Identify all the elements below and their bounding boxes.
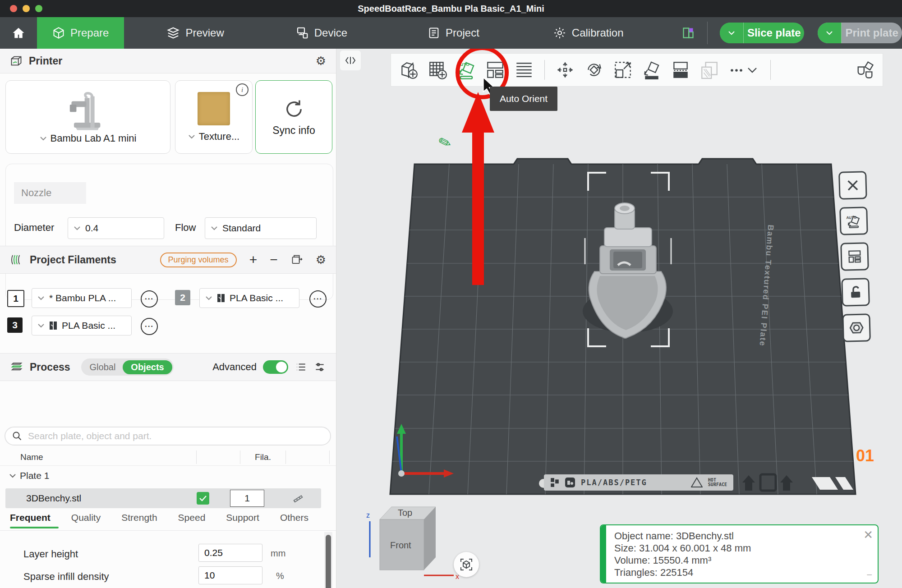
printer-settings-gear-icon[interactable]: ⚙ <box>316 54 326 68</box>
diameter-dropdown[interactable]: 0.4 <box>68 217 164 239</box>
filament-1-dropdown[interactable]: * Bambu PLA ... <box>32 288 132 308</box>
nozzle-label: Nozzle <box>14 182 86 204</box>
layout-switch-button[interactable] <box>682 27 695 39</box>
filament-3-name: PLA Basic ... <box>62 320 115 331</box>
nozzle-panel: Nozzle Diameter 0.4 Flow Standard <box>5 164 333 300</box>
lay-flat-button[interactable] <box>639 56 665 84</box>
preview-icon <box>166 26 180 40</box>
infill-density-input[interactable] <box>198 566 262 584</box>
plate-tree-row[interactable]: Plate 1 <box>9 470 49 481</box>
calibration-icon <box>553 26 566 40</box>
rotate-tool-button[interactable] <box>581 56 607 84</box>
sync-filament-list-icon[interactable] <box>290 253 304 266</box>
search-input[interactable] <box>27 430 324 442</box>
delete-plate-button[interactable] <box>838 171 867 200</box>
filament-1-menu-button[interactable]: ··· <box>141 290 158 308</box>
tune-icon[interactable] <box>313 361 326 373</box>
filament-3-menu-button[interactable]: ··· <box>141 318 158 335</box>
viewport[interactable]: AUTO <box>336 49 902 588</box>
print-plate-button[interactable]: Print plate <box>818 23 902 43</box>
lock-plate-button[interactable] <box>841 278 870 307</box>
scale-tool-button[interactable] <box>610 56 636 84</box>
sync-info-button[interactable]: Sync info <box>255 80 332 154</box>
cube-top-label: Top <box>398 508 412 518</box>
add-plate-button[interactable] <box>424 56 451 84</box>
tab-frequent[interactable]: Frequent <box>10 512 51 523</box>
printer-section-title: Printer <box>29 55 62 67</box>
slice-plate-dropdown[interactable] <box>720 23 744 43</box>
object-filament-number[interactable]: 1 <box>230 490 264 507</box>
printer-card[interactable]: Bambu Lab A1 mini <box>5 80 170 154</box>
scope-global-option[interactable]: Global <box>83 362 123 372</box>
sync-icon <box>282 97 306 121</box>
tab-speed[interactable]: Speed <box>178 512 206 523</box>
sidebar-scroll-thumb[interactable] <box>326 535 331 588</box>
object-row-3dbenchy[interactable]: 3DBenchy.stl 1 <box>5 488 321 508</box>
slice-plate-button[interactable]: Slice plate <box>720 23 804 43</box>
process-section-title: Process <box>30 361 70 373</box>
print-plate-dropdown[interactable] <box>818 23 842 43</box>
flow-dropdown[interactable]: Standard <box>205 217 317 239</box>
tab-device[interactable]: Device <box>280 17 363 49</box>
collapse-info-icon[interactable]: − <box>866 569 872 581</box>
plate-type-label: Texture... <box>199 131 239 142</box>
tab-support[interactable]: Support <box>226 512 259 523</box>
arrange-button[interactable] <box>482 56 508 84</box>
purging-volumes-button[interactable]: Purging volumes <box>160 253 237 267</box>
add-object-icon <box>398 60 419 80</box>
chevron-down-icon <box>40 136 47 141</box>
filament-2-dropdown[interactable]: PLA Basic ... <box>199 288 299 308</box>
chevron-down-icon <box>74 226 81 230</box>
printer-model-dropdown[interactable]: Bambu Lab A1 mini <box>40 133 137 144</box>
tab-strength[interactable]: Strength <box>121 512 157 523</box>
plate-type-card[interactable]: i Texture... <box>175 80 253 154</box>
view-3d-button[interactable] <box>454 552 479 577</box>
process-layers-icon <box>10 360 23 374</box>
layer-height-input[interactable] <box>198 544 262 562</box>
variable-layer-height-button[interactable] <box>696 56 723 84</box>
tab-others[interactable]: Others <box>280 512 308 523</box>
more-tools-button[interactable] <box>725 56 763 84</box>
tab-preview[interactable]: Preview <box>151 17 239 49</box>
scope-objects-option[interactable]: Objects <box>123 360 172 374</box>
advanced-toggle[interactable] <box>263 360 288 374</box>
cube-front-label: Front <box>390 540 411 550</box>
assembly-puzzle-icon <box>854 59 876 81</box>
parameter-list-icon[interactable] <box>295 361 307 373</box>
plate-auto-orient-button[interactable]: AUTO <box>839 207 868 235</box>
infill-unit: % <box>276 571 284 581</box>
tab-calibration[interactable]: Calibration <box>538 17 639 49</box>
tab-quality[interactable]: Quality <box>71 512 101 523</box>
object-action-icon[interactable] <box>291 492 305 505</box>
filament-3-dropdown[interactable]: PLA Basic ... <box>32 316 132 335</box>
assembly-view-button[interactable] <box>852 56 878 84</box>
hot-surface-line2: SURFACE <box>708 482 727 487</box>
plate-settings-button[interactable] <box>842 313 871 342</box>
layer-height-unit: mm <box>271 548 285 559</box>
plate-type-dropdown[interactable]: Texture... <box>188 131 239 142</box>
add-object-button[interactable] <box>396 56 422 84</box>
auto-orient-button[interactable]: AUTO <box>453 56 479 84</box>
orientation-cube[interactable]: z Top Front x <box>365 503 465 587</box>
tab-prepare[interactable]: Prepare <box>37 17 124 49</box>
info-icon[interactable]: i <box>236 83 249 96</box>
tab-project[interactable]: Project <box>412 17 495 49</box>
split-to-objects-button[interactable] <box>511 56 537 84</box>
filaments-icon <box>10 253 23 266</box>
remove-filament-button[interactable]: − <box>270 252 278 267</box>
filament-settings-gear-icon[interactable]: ⚙ <box>316 253 326 267</box>
add-filament-button[interactable]: + <box>249 252 258 267</box>
printer-section-header: Printer ⚙ <box>0 49 336 74</box>
plate-number-badge: 01 <box>856 446 874 465</box>
sidebar-scroll-track[interactable] <box>324 532 332 588</box>
filament-2-menu-button[interactable]: ··· <box>309 290 327 308</box>
cut-tool-button[interactable] <box>667 56 694 84</box>
object-visible-checkbox[interactable] <box>197 492 209 505</box>
move-tool-button[interactable] <box>552 56 578 84</box>
plate-arrange-button[interactable] <box>840 242 869 271</box>
layout-switch-icon <box>682 27 695 39</box>
viewport-toolbar: AUTO <box>391 53 883 87</box>
home-button[interactable] <box>0 17 37 49</box>
title-bar: SpeedBoatRace_Bambu Pla Basic_A1_Mini <box>0 0 902 17</box>
close-info-icon[interactable]: ✕ <box>863 528 873 542</box>
